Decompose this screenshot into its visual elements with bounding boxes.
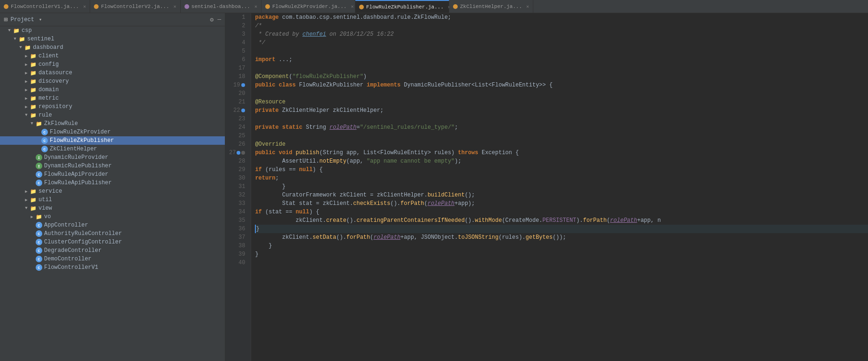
tree-item-datasource[interactable]: ▶📁datasource: [0, 69, 225, 77]
folder-icon-csp: 📁: [13, 28, 20, 34]
file-icon-FlowRuleApiPublisher: C: [36, 180, 42, 186]
tab-flowrulezkpublisher[interactable]: FlowRuleZkPublisher.ja... ✕: [355, 0, 449, 13]
gutter-marker-run-27: [237, 151, 240, 155]
tab-zkclienthelper[interactable]: ZkClientHelper.ja... ✕: [449, 0, 533, 13]
line-number-19: 19: [229, 81, 247, 89]
tree-item-FlowRuleZkPublisher[interactable]: CFlowRuleZkPublisher: [0, 136, 225, 145]
tree-item-rule[interactable]: ▼📁rule: [0, 111, 225, 119]
tree-arrow-datasource: ▶: [23, 71, 30, 76]
file-icon-FlowRuleZkProvider: C: [41, 129, 48, 135]
tree-arrow-rule: ▼: [23, 113, 30, 118]
tree-item-ClusterConfigController[interactable]: CClusterConfigController: [0, 238, 225, 246]
tree-item-util[interactable]: ▶📁util: [0, 196, 225, 204]
line-number-27: 27: [229, 149, 247, 157]
line-number-22: 22: [229, 106, 247, 115]
tree-item-DynamicRuleProvider[interactable]: IDynamicRuleProvider: [0, 153, 225, 162]
code-line-23: [255, 115, 868, 123]
code-editor: 1234561718192021222324252627282930313233…: [225, 13, 868, 361]
file-icon-FlowControllerV1_tree: C: [36, 264, 42, 271]
tree-item-DegradeController[interactable]: CDegradeController: [0, 246, 225, 255]
code-line-25: [255, 132, 868, 140]
tab-sentinel-dashboard[interactable]: sentinel-dashboa... ✕: [181, 0, 261, 13]
tree-item-ZkFlowRule[interactable]: ▼📁ZkFlowRule: [0, 119, 225, 128]
tree-label-datasource: datasource: [38, 70, 72, 76]
code-line-39: }: [255, 250, 868, 259]
line-number-37: 37: [229, 233, 247, 242]
tree-label-dashboard: dashboard: [33, 44, 63, 51]
tree-label-DynamicRulePublisher: DynamicRulePublisher: [44, 163, 112, 169]
tab-close-1[interactable]: ✕: [83, 4, 86, 9]
sidebar-settings-icon[interactable]: ⚙: [210, 16, 214, 24]
tree-label-view: view: [38, 205, 52, 212]
tree-arrow-config: ▶: [23, 62, 30, 67]
tab-close-2[interactable]: ✕: [174, 4, 177, 9]
code-line-35: zkClient.create().creatingParentContaine…: [255, 216, 868, 225]
tab-flowcontrollerv1[interactable]: FlowControllerV1.ja... ✕: [0, 0, 90, 13]
line-number-6: 6: [229, 55, 247, 64]
tree-item-dashboard[interactable]: ▼📁dashboard: [0, 43, 225, 52]
tab-flowrulezkprovider[interactable]: FlowRuleZkProvider.ja... ✕: [261, 0, 355, 13]
code-line-31: }: [255, 182, 868, 191]
tab-icon-6: [453, 4, 458, 9]
line-number-23: 23: [229, 115, 247, 123]
tree-item-domain[interactable]: ▶📁domain: [0, 86, 225, 94]
tree-item-repository[interactable]: ▶📁repository: [0, 102, 225, 111]
tab-close-4[interactable]: ✕: [351, 4, 353, 9]
line-number-5: 5: [229, 47, 247, 55]
tree-item-ZkClientHelper[interactable]: CZkClientHelper: [0, 145, 225, 153]
file-icon-DemoController: C: [36, 256, 42, 262]
sidebar-minimize-icon[interactable]: —: [217, 16, 221, 24]
line-number-30: 30: [229, 174, 247, 182]
tree-item-service[interactable]: ▶📁service: [0, 187, 225, 196]
tree-item-FlowRuleApiProvider[interactable]: CFlowRuleApiProvider: [0, 170, 225, 179]
line-number-3: 3: [229, 30, 247, 39]
folder-icon-domain: 📁: [30, 87, 37, 93]
tree-item-DynamicRulePublisher[interactable]: IDynamicRulePublisher: [0, 162, 225, 170]
tab-close-3[interactable]: ✕: [254, 4, 257, 9]
tree-item-vo[interactable]: ▶📁vo: [0, 212, 225, 221]
sidebar-dropdown-icon[interactable]: ▾: [39, 16, 42, 23]
line-number-18: 18: [229, 72, 247, 81]
folder-icon-rule: 📁: [30, 112, 37, 118]
tree-item-discovery[interactable]: ▶📁discovery: [0, 77, 225, 86]
tree-item-FlowRuleApiPublisher[interactable]: CFlowRuleApiPublisher: [0, 179, 225, 187]
tree-arrow-repository: ▶: [23, 104, 30, 110]
code-line-22: private ZkClientHelper zkClientHelper;: [255, 106, 868, 115]
folder-icon-client: 📁: [30, 53, 37, 59]
code-line-1: package com.taobao.csp.sentinel.dashboar…: [255, 13, 868, 22]
tree-arrow-ZkFlowRule: ▼: [28, 121, 36, 126]
code-line-29: if (rules == null) {: [255, 165, 868, 174]
tree-item-view[interactable]: ▼📁view: [0, 204, 225, 212]
tree-item-config[interactable]: ▶📁config: [0, 60, 225, 69]
tree-item-client[interactable]: ▶📁client: [0, 52, 225, 60]
tree-item-csp[interactable]: ▼📁csp: [0, 26, 225, 35]
tab-icon-2: [94, 4, 99, 9]
tab-icon-3: [184, 4, 189, 9]
tree-arrow-util: ▶: [23, 197, 30, 203]
tree-item-sentinel[interactable]: ▼📁sentinel: [0, 35, 225, 43]
tree-item-DemoController[interactable]: CDemoController: [0, 255, 225, 263]
code-line-30: return;: [255, 174, 868, 182]
tab-label-3: sentinel-dashboa...: [192, 4, 250, 9]
line-number-33: 33: [229, 199, 247, 208]
code-lines[interactable]: package com.taobao.csp.sentinel.dashboar…: [251, 13, 868, 361]
gutter-marker-debug-27: [241, 151, 245, 155]
tree-item-AppController[interactable]: CAppController: [0, 221, 225, 229]
code-line-34: if (stat == null) {: [255, 208, 868, 216]
tree-item-FlowRuleZkProvider[interactable]: CFlowRuleZkProvider: [0, 128, 225, 136]
tab-flowcontrollerv2[interactable]: FlowControllerV2.ja... ✕: [90, 0, 180, 13]
code-line-5: [255, 47, 868, 55]
tree-item-metric[interactable]: ▶📁metric: [0, 94, 225, 102]
file-icon-DynamicRuleProvider: I: [36, 154, 42, 161]
tree-item-AuthorityRuleController[interactable]: CAuthorityRuleController: [0, 229, 225, 238]
file-icon-DegradeController: C: [36, 247, 42, 254]
line-number-32: 32: [229, 191, 247, 199]
tree-arrow-metric: ▶: [23, 96, 30, 101]
tab-close-6[interactable]: ✕: [526, 4, 529, 9]
line-number-25: 25: [229, 132, 247, 140]
file-tree: ▼📁csp▼📁sentinel▼📁dashboard▶📁client▶📁conf…: [0, 26, 225, 272]
file-icon-FlowRuleApiProvider: C: [36, 171, 42, 178]
tree-label-AppController: AppController: [44, 222, 88, 228]
tab-icon-1: [4, 4, 8, 9]
tree-item-FlowControllerV1_tree[interactable]: CFlowControllerV1: [0, 263, 225, 272]
